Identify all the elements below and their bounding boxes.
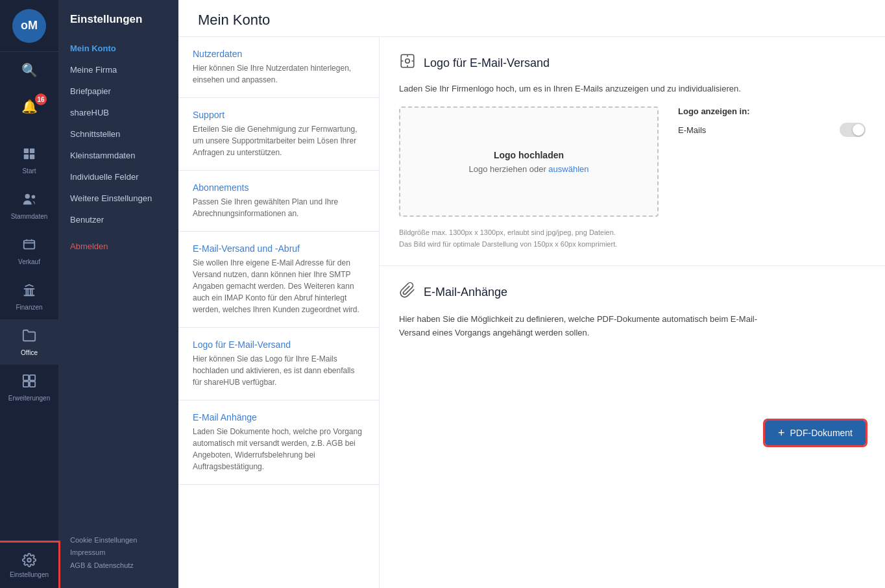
search-icon: 🔍 — [21, 62, 38, 78]
abmelden-link[interactable]: Abmelden — [58, 236, 178, 257]
sidebar-item-individuelle-felder[interactable]: Individuelle Felder — [58, 166, 178, 188]
svg-rect-2 — [24, 154, 29, 158]
svg-rect-6 — [24, 240, 35, 249]
menu-item-abonnements-desc: Passen Sie Ihren gewählten Plan und Ihre… — [193, 196, 365, 219]
start-label: Start — [22, 167, 36, 175]
erweiterungen-icon — [22, 374, 36, 392]
logo-section-title: Logo für E-Mail-Versand — [424, 56, 550, 70]
logo-section: Logo für E-Mail-Versand Laden Sie Ihr Fi… — [380, 37, 885, 266]
sidebar-item-stammdaten[interactable]: Stammdaten — [0, 183, 58, 228]
logo-circle: oM — [12, 9, 46, 43]
svg-rect-12 — [30, 381, 35, 386]
svg-point-15 — [406, 59, 410, 64]
menu-item-support[interactable]: Support Erteilen Sie die Genehmigung zur… — [178, 98, 379, 171]
logo-section-icon — [399, 53, 416, 73]
sidebar-item-kleinstammdaten[interactable]: Kleinstammdaten — [58, 145, 178, 166]
main-content: Mein Konto Nutzerdaten Hier können Sie I… — [178, 0, 885, 588]
einstellungen-nav-label: Einstellungen — [10, 571, 49, 578]
email-attachments-title: E-Mail-Anhänge — [424, 286, 507, 299]
sidebar-item-finanzen[interactable]: Finanzen — [0, 274, 58, 319]
add-pdf-plus-icon: + — [778, 427, 785, 439]
sidebar: Einstellungen Mein Konto Meine Firma Bri… — [58, 0, 178, 588]
svg-point-13 — [27, 558, 31, 562]
menu-item-abonnements[interactable]: Abonnements Passen Sie Ihren gewählten P… — [178, 171, 379, 232]
email-toggle[interactable] — [840, 123, 866, 137]
finanzen-icon — [22, 283, 36, 301]
menu-item-email-anhaenge-desc: Laden Sie Dokumente hoch, welche pro Vor… — [193, 426, 365, 472]
add-pdf-button[interactable]: + PDF-Dokument — [765, 421, 866, 445]
sidebar-item-benutzer[interactable]: Benutzer — [58, 209, 178, 230]
menu-item-nutzerdaten-title: Nutzerdaten — [193, 49, 365, 59]
email-attachments-desc: Hier haben Sie die Möglichkeit zu defini… — [399, 313, 866, 340]
menu-item-nutzerdaten[interactable]: Nutzerdaten Hier können Sie Ihre Nutzerd… — [178, 37, 379, 98]
svg-rect-1 — [30, 148, 34, 153]
menu-item-logo[interactable]: Logo für E-Mail-Versand Hier können Sie … — [178, 328, 379, 400]
finanzen-label: Finanzen — [16, 304, 42, 311]
einstellungen-nav-item[interactable]: Einstellungen — [0, 543, 58, 588]
sidebar-item-meine-firma[interactable]: Meine Firma — [58, 59, 178, 80]
svg-rect-3 — [30, 154, 34, 158]
stammdaten-label: Stammdaten — [11, 213, 48, 220]
sidebar-item-verkauf[interactable]: Verkauf — [0, 228, 58, 274]
settings-icon — [22, 553, 36, 569]
logo-dropzone[interactable]: Logo hochladen Logo herziehen oder auswä… — [399, 106, 659, 217]
right-panel: Logo für E-Mail-Versand Laden Sie Ihr Fi… — [380, 37, 885, 588]
sidebar-item-sharehub[interactable]: shareHUB — [58, 102, 178, 123]
logo-select-link[interactable]: auswählen — [548, 164, 588, 174]
sidebar-item-mein-konto[interactable]: Mein Konto — [58, 38, 178, 59]
logo-option-email-row: E-Mails — [678, 123, 866, 137]
logo-dropzone-title: Logo hochladen — [494, 150, 564, 160]
email-attachments-icon — [399, 282, 416, 302]
sidebar-item-office[interactable]: Office — [0, 319, 58, 365]
svg-rect-8 — [30, 289, 32, 295]
email-attachments-header: E-Mail-Anhänge — [399, 282, 866, 302]
erweiterungen-label: Erweiterungen — [8, 395, 50, 402]
cookie-link[interactable]: Cookie Einstellungen — [70, 534, 167, 547]
sidebar-footer: Cookie Einstellungen Impressum AGB & Dat… — [58, 524, 178, 575]
menu-item-email-anhaenge[interactable]: E-Mail Anhänge Laden Sie Dokumente hoch,… — [178, 400, 379, 485]
verkauf-label: Verkauf — [18, 258, 40, 265]
impressum-link[interactable]: Impressum — [70, 546, 167, 559]
office-icon — [22, 328, 36, 347]
logo-initials: oM — [21, 19, 38, 32]
sidebar-item-briefpapier[interactable]: Briefpapier — [58, 80, 178, 102]
email-toggle-label: E-Mails — [678, 125, 706, 135]
svg-rect-10 — [30, 374, 35, 380]
add-pdf-label: PDF-Dokument — [790, 428, 853, 438]
search-nav-item[interactable]: 🔍 — [0, 52, 58, 88]
svg-rect-11 — [23, 381, 29, 386]
menu-item-email-versand-title: E-Mail-Versand und -Abruf — [193, 243, 365, 254]
main-body: Nutzerdaten Hier können Sie Ihre Nutzerd… — [178, 37, 885, 588]
sidebar-item-weitere-einstellungen[interactable]: Weitere Einstellungen — [58, 188, 178, 209]
sidebar-title: Einstellungen — [58, 13, 178, 38]
logo-options-title: Logo anzeigen in: — [678, 106, 866, 116]
agb-link[interactable]: AGB & Datenschutz — [70, 559, 167, 572]
svg-point-4 — [25, 193, 30, 198]
logo-upload-area: Logo hochladen Logo herziehen oder auswä… — [399, 106, 866, 217]
menu-item-nutzerdaten-desc: Hier können Sie Ihre Nutzerdaten hinterl… — [193, 62, 365, 86]
sidebar-item-erweiterungen[interactable]: Erweiterungen — [0, 365, 58, 410]
menu-item-email-versand[interactable]: E-Mail-Versand und -Abruf Sie wollen Ihr… — [178, 232, 379, 328]
menu-item-support-desc: Erteilen Sie die Genehmigung zur Fernwar… — [193, 123, 365, 158]
menu-item-email-versand-desc: Sie wollen Ihre eigene E-Mail Adresse fü… — [193, 257, 365, 315]
logo-section-desc: Laden Sie Ihr Firmenlogo hoch, um es in … — [399, 84, 866, 93]
page-title: Mein Konto — [198, 12, 866, 29]
sidebar-item-start[interactable]: Start — [0, 138, 58, 183]
email-attachments-section: E-Mail-Anhänge Hier haben Sie die Möglic… — [380, 266, 885, 436]
logo-hint: Bildgröße max. 1300px x 1300px, erlaubt … — [399, 227, 866, 250]
sidebar-item-schnittstellen[interactable]: Schnittstellen — [58, 123, 178, 145]
menu-item-logo-title: Logo für E-Mail-Versand — [193, 339, 365, 350]
office-label: Office — [21, 349, 38, 356]
start-icon — [22, 147, 36, 165]
add-pdf-container: + PDF-Dokument — [399, 356, 866, 421]
left-panel: Nutzerdaten Hier können Sie Ihre Nutzerd… — [178, 37, 380, 588]
menu-item-logo-desc: Hier können Sie das Logo für Ihre E-Mail… — [193, 353, 365, 388]
verkauf-icon — [22, 238, 36, 256]
menu-item-support-title: Support — [193, 110, 365, 120]
menu-item-email-anhaenge-title: E-Mail Anhänge — [193, 412, 365, 423]
notifications-nav-item[interactable]: 🔔 16 — [0, 88, 58, 125]
main-header: Mein Konto — [178, 0, 885, 37]
nav-bottom: Einstellungen — [0, 542, 58, 588]
app-logo: oM — [0, 0, 58, 52]
notification-badge: 16 — [35, 93, 47, 105]
